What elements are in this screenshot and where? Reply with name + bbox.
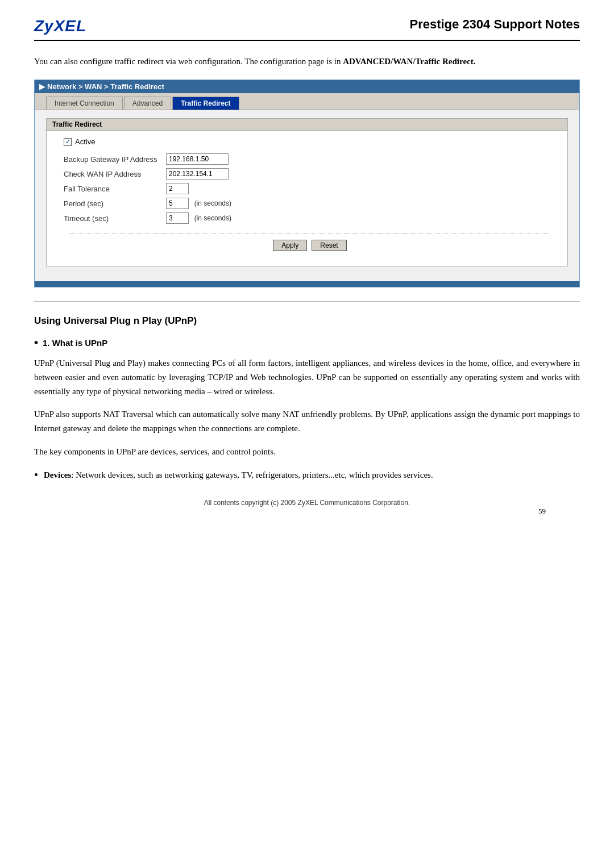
tab-internet-connection[interactable]: Internet Connection [46, 97, 123, 110]
form-table: Backup Gateway IP Address Check WAN IP A… [64, 152, 236, 226]
panel-title-bar: ▶ Network > WAN > Traffic Redirect [35, 80, 579, 93]
upnp-sub-heading: • 1. What is UPnP [34, 337, 580, 348]
bullet-dot-icon: • [34, 337, 38, 348]
field-cell-backup-gw [166, 152, 236, 166]
upnp-bullet1-rest: : Network devices, such as networking ga… [71, 470, 433, 479]
period-unit: (in seconds) [194, 199, 231, 207]
page-number: 59 [538, 507, 546, 516]
upnp-heading: Using Universal Plug n Play (UPnP) [34, 315, 580, 327]
panel-title-icon: ▶ [39, 82, 45, 91]
panel-footer-bar [35, 281, 579, 287]
panel-spacer [35, 274, 579, 281]
bullet-icon: • [34, 469, 38, 481]
fail-tolerance-input[interactable] [166, 183, 189, 194]
intro-text-part1: You can also configure traffic redirect … [34, 57, 343, 66]
field-label-fail-tolerance: Fail Tolerance [64, 181, 166, 196]
upnp-para1: UPnP (Universal Plug and Play) makes con… [34, 356, 580, 398]
section-box-title: Traffic Redirect [47, 119, 567, 131]
table-row: Fail Tolerance [64, 181, 236, 196]
field-label-check-wan: Check WAN IP Address [64, 166, 166, 181]
active-checkbox[interactable]: ✓ [64, 138, 72, 146]
page-title: Prestige 2304 Support Notes [409, 17, 580, 32]
field-label-timeout: Timeout (sec) [64, 211, 166, 226]
table-row: Period (sec) (in seconds) [64, 196, 236, 211]
buttons-row: Apply Reset [64, 240, 556, 251]
reset-button[interactable]: Reset [312, 240, 346, 251]
timeout-unit: (in seconds) [194, 214, 231, 222]
page-header: ZyXEL Prestige 2304 Support Notes [34, 17, 580, 41]
backup-gateway-input[interactable] [166, 153, 229, 165]
active-row: ✓ Active [64, 137, 556, 146]
upnp-bullet1-text: Devices: Network devices, such as networ… [44, 468, 433, 482]
active-label: Active [75, 137, 95, 146]
section-divider [34, 301, 580, 302]
zyxel-logo: ZyXEL [34, 17, 86, 35]
panel-body: Internet Connection Advanced Traffic Red… [35, 93, 579, 281]
upnp-para2: UPnP also supports NAT Traversal which c… [34, 407, 580, 436]
upnp-bullet1: • Devices: Network devices, such as netw… [34, 468, 580, 482]
footer-area: All contents copyright (c) 2005 ZyXEL Co… [34, 499, 580, 507]
intro-path: ADVANCED/WAN/Traffic Redirect. [343, 57, 475, 66]
copyright: All contents copyright (c) 2005 ZyXEL Co… [34, 499, 580, 507]
field-label-period: Period (sec) [64, 196, 166, 211]
upnp-section: Using Universal Plug n Play (UPnP) • 1. … [34, 315, 580, 482]
period-input[interactable] [166, 198, 189, 209]
panel-title-text: Network > WAN > Traffic Redirect [47, 82, 164, 91]
table-row: Backup Gateway IP Address [64, 152, 236, 166]
field-cell-fail-tolerance [166, 181, 236, 196]
tab-advanced[interactable]: Advanced [124, 97, 171, 110]
divider [69, 233, 550, 234]
network-panel: ▶ Network > WAN > Traffic Redirect Inter… [34, 80, 580, 287]
intro-paragraph: You can also configure traffic redirect … [34, 55, 580, 68]
upnp-para3: The key components in UPnP are devices, … [34, 445, 580, 459]
apply-button[interactable]: Apply [273, 240, 307, 251]
field-cell-period: (in seconds) [166, 196, 236, 211]
field-label-backup-gw: Backup Gateway IP Address [64, 152, 166, 166]
field-cell-timeout: (in seconds) [166, 211, 236, 226]
upnp-bullet1-bold: Devices [44, 470, 71, 479]
tabs-row: Internet Connection Advanced Traffic Red… [35, 93, 579, 110]
upnp-sub-heading-text: 1. What is UPnP [43, 338, 107, 348]
timeout-input[interactable] [166, 212, 189, 224]
table-row: Check WAN IP Address [64, 166, 236, 181]
section-content: ✓ Active Backup Gateway IP Address Che [47, 131, 567, 266]
field-cell-check-wan [166, 166, 236, 181]
table-row: Timeout (sec) (in seconds) [64, 211, 236, 226]
traffic-redirect-section: Traffic Redirect ✓ Active Backup Gateway… [46, 118, 568, 266]
check-wan-input[interactable] [166, 168, 229, 180]
tab-traffic-redirect[interactable]: Traffic Redirect [172, 97, 239, 110]
